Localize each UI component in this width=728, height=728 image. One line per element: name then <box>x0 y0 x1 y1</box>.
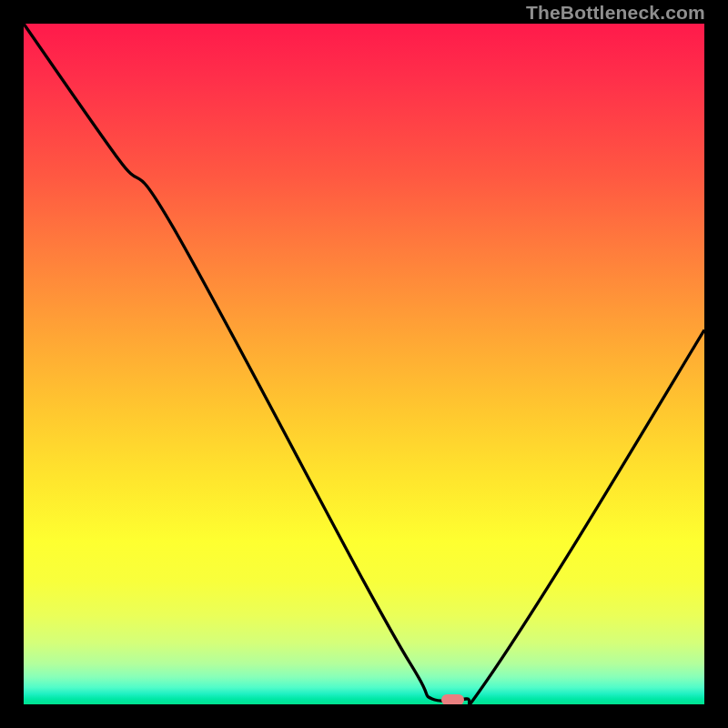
bottleneck-curve <box>24 24 704 704</box>
watermark-text: TheBottleneck.com <box>526 2 705 24</box>
chart-frame: TheBottleneck.com <box>0 0 728 728</box>
optimal-marker <box>441 694 464 704</box>
curve-svg <box>24 24 704 704</box>
plot-area <box>24 24 704 704</box>
